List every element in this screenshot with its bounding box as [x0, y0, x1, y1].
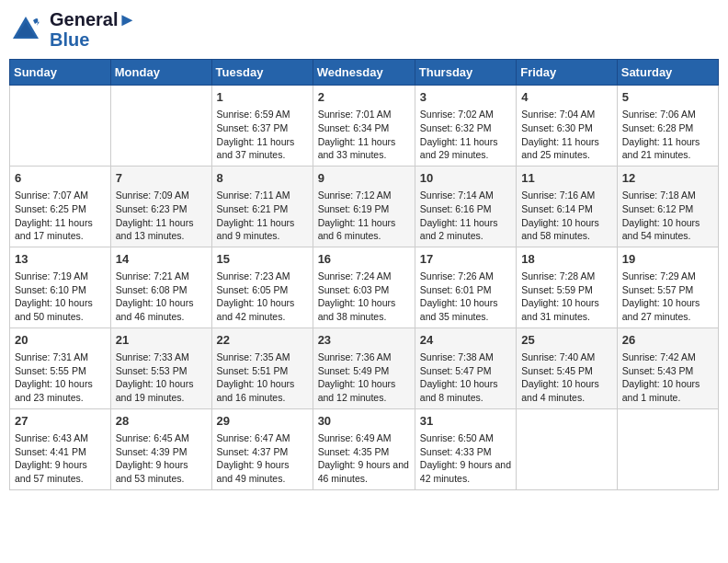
day-number: 31: [420, 413, 511, 430]
day-info: Sunrise: 7:01 AM Sunset: 6:34 PM Dayligh…: [318, 108, 410, 162]
day-info: Sunrise: 6:59 AM Sunset: 6:37 PM Dayligh…: [217, 108, 308, 162]
day-info: Sunrise: 7:28 AM Sunset: 5:59 PM Dayligh…: [521, 270, 612, 324]
calendar-cell: [617, 408, 718, 489]
day-number: 1: [217, 89, 308, 106]
calendar-cell: [517, 408, 618, 489]
calendar-cell: [110, 86, 211, 167]
day-number: 6: [15, 170, 106, 187]
day-info: Sunrise: 7:42 AM Sunset: 5:43 PM Dayligh…: [622, 350, 713, 405]
day-number: 19: [622, 251, 713, 268]
calendar-cell: 26Sunrise: 7:42 AM Sunset: 5:43 PM Dayli…: [617, 327, 718, 408]
day-info: Sunrise: 7:11 AM Sunset: 6:21 PM Dayligh…: [217, 189, 308, 243]
day-number: 27: [15, 413, 106, 430]
day-number: 14: [116, 251, 207, 268]
calendar-cell: [10, 86, 111, 167]
day-number: 7: [116, 170, 207, 187]
day-info: Sunrise: 6:50 AM Sunset: 4:33 PM Dayligh…: [420, 431, 511, 486]
day-info: Sunrise: 7:33 AM Sunset: 5:53 PM Dayligh…: [116, 350, 207, 405]
day-number: 29: [217, 413, 308, 430]
day-number: 18: [521, 251, 612, 268]
day-info: Sunrise: 7:31 AM Sunset: 5:55 PM Dayligh…: [15, 350, 106, 405]
day-number: 17: [420, 251, 511, 268]
day-number: 30: [318, 413, 410, 430]
calendar-table: SundayMondayTuesdayWednesdayThursdayFrid…: [9, 59, 719, 490]
calendar-cell: 11Sunrise: 7:16 AM Sunset: 6:14 PM Dayli…: [517, 166, 618, 247]
day-number: 8: [217, 170, 308, 187]
day-number: 25: [521, 332, 612, 349]
calendar-cell: 9Sunrise: 7:12 AM Sunset: 6:19 PM Daylig…: [313, 166, 415, 247]
day-info: Sunrise: 7:26 AM Sunset: 6:01 PM Dayligh…: [420, 270, 511, 324]
calendar-cell: 31Sunrise: 6:50 AM Sunset: 4:33 PM Dayli…: [415, 408, 516, 489]
day-info: Sunrise: 7:38 AM Sunset: 5:47 PM Dayligh…: [420, 350, 511, 405]
calendar-cell: 21Sunrise: 7:33 AM Sunset: 5:53 PM Dayli…: [110, 327, 211, 408]
day-number: 21: [116, 332, 207, 349]
day-info: Sunrise: 7:07 AM Sunset: 6:25 PM Dayligh…: [15, 189, 106, 243]
calendar-cell: 12Sunrise: 7:18 AM Sunset: 6:12 PM Dayli…: [617, 166, 718, 247]
calendar-week-row: 13Sunrise: 7:19 AM Sunset: 6:10 PM Dayli…: [10, 247, 719, 327]
day-number: 3: [420, 89, 511, 106]
day-info: Sunrise: 7:12 AM Sunset: 6:19 PM Dayligh…: [318, 189, 410, 243]
day-number: 26: [622, 332, 713, 349]
day-number: 23: [318, 332, 410, 349]
column-header-saturday: Saturday: [617, 60, 718, 86]
calendar-cell: 17Sunrise: 7:26 AM Sunset: 6:01 PM Dayli…: [415, 247, 516, 327]
day-info: Sunrise: 7:24 AM Sunset: 6:03 PM Dayligh…: [318, 270, 410, 324]
day-info: Sunrise: 6:45 AM Sunset: 4:39 PM Dayligh…: [116, 431, 207, 486]
calendar-cell: 3Sunrise: 7:02 AM Sunset: 6:32 PM Daylig…: [415, 86, 516, 167]
day-info: Sunrise: 7:21 AM Sunset: 6:08 PM Dayligh…: [116, 270, 207, 324]
calendar-cell: 15Sunrise: 7:23 AM Sunset: 6:05 PM Dayli…: [211, 247, 313, 327]
calendar-cell: 18Sunrise: 7:28 AM Sunset: 5:59 PM Dayli…: [517, 247, 618, 327]
day-number: 9: [318, 170, 410, 187]
calendar-cell: 22Sunrise: 7:35 AM Sunset: 5:51 PM Dayli…: [211, 327, 313, 408]
day-number: 28: [116, 413, 207, 430]
column-header-sunday: Sunday: [10, 60, 111, 86]
day-info: Sunrise: 6:43 AM Sunset: 4:41 PM Dayligh…: [15, 431, 106, 486]
day-info: Sunrise: 7:35 AM Sunset: 5:51 PM Dayligh…: [217, 350, 308, 405]
day-number: 24: [420, 332, 511, 349]
calendar-cell: 5Sunrise: 7:06 AM Sunset: 6:28 PM Daylig…: [617, 86, 718, 167]
logo-general: General: [50, 9, 118, 29]
calendar-cell: 10Sunrise: 7:14 AM Sunset: 6:16 PM Dayli…: [415, 166, 516, 247]
day-info: Sunrise: 7:04 AM Sunset: 6:30 PM Dayligh…: [521, 108, 612, 162]
day-info: Sunrise: 7:29 AM Sunset: 5:57 PM Dayligh…: [622, 270, 713, 324]
day-number: 20: [15, 332, 106, 349]
calendar-cell: 28Sunrise: 6:45 AM Sunset: 4:39 PM Dayli…: [110, 408, 211, 489]
calendar-cell: 24Sunrise: 7:38 AM Sunset: 5:47 PM Dayli…: [415, 327, 516, 408]
calendar-header-row: SundayMondayTuesdayWednesdayThursdayFrid…: [10, 60, 719, 86]
calendar-cell: 19Sunrise: 7:29 AM Sunset: 5:57 PM Dayli…: [617, 247, 718, 327]
day-info: Sunrise: 7:06 AM Sunset: 6:28 PM Dayligh…: [622, 108, 713, 162]
logo: General► Blue: [9, 9, 136, 50]
calendar-cell: 27Sunrise: 6:43 AM Sunset: 4:41 PM Dayli…: [10, 408, 111, 489]
calendar-cell: 16Sunrise: 7:24 AM Sunset: 6:03 PM Dayli…: [313, 247, 415, 327]
column-header-friday: Friday: [517, 60, 618, 86]
logo-blue-inline: ►: [118, 9, 136, 29]
day-number: 13: [15, 251, 106, 268]
day-info: Sunrise: 6:47 AM Sunset: 4:37 PM Dayligh…: [217, 431, 308, 486]
calendar-week-row: 20Sunrise: 7:31 AM Sunset: 5:55 PM Dayli…: [10, 327, 719, 408]
calendar-cell: 30Sunrise: 6:49 AM Sunset: 4:35 PM Dayli…: [313, 408, 415, 489]
day-info: Sunrise: 7:40 AM Sunset: 5:45 PM Dayligh…: [521, 350, 612, 405]
day-info: Sunrise: 7:36 AM Sunset: 5:49 PM Dayligh…: [318, 350, 410, 405]
calendar-cell: 6Sunrise: 7:07 AM Sunset: 6:25 PM Daylig…: [10, 166, 111, 247]
day-info: Sunrise: 7:16 AM Sunset: 6:14 PM Dayligh…: [521, 189, 612, 243]
day-info: Sunrise: 7:18 AM Sunset: 6:12 PM Dayligh…: [622, 189, 713, 243]
day-number: 11: [521, 170, 612, 187]
calendar-cell: 29Sunrise: 6:47 AM Sunset: 4:37 PM Dayli…: [211, 408, 313, 489]
day-info: Sunrise: 6:49 AM Sunset: 4:35 PM Dayligh…: [318, 431, 410, 486]
calendar-cell: 1Sunrise: 6:59 AM Sunset: 6:37 PM Daylig…: [211, 86, 313, 167]
day-info: Sunrise: 7:19 AM Sunset: 6:10 PM Dayligh…: [15, 270, 106, 324]
logo-text-block: General► Blue: [50, 9, 136, 50]
day-info: Sunrise: 7:14 AM Sunset: 6:16 PM Dayligh…: [420, 189, 511, 243]
calendar-cell: 7Sunrise: 7:09 AM Sunset: 6:23 PM Daylig…: [110, 166, 211, 247]
logo-icon: [9, 13, 42, 46]
day-info: Sunrise: 7:09 AM Sunset: 6:23 PM Dayligh…: [116, 189, 207, 243]
day-info: Sunrise: 7:23 AM Sunset: 6:05 PM Dayligh…: [217, 270, 308, 324]
day-number: 2: [318, 89, 410, 106]
day-number: 16: [318, 251, 410, 268]
column-header-wednesday: Wednesday: [313, 60, 415, 86]
day-number: 4: [521, 89, 612, 106]
page-header: General► Blue: [9, 9, 719, 50]
calendar-cell: 14Sunrise: 7:21 AM Sunset: 6:08 PM Dayli…: [110, 247, 211, 327]
calendar-cell: 2Sunrise: 7:01 AM Sunset: 6:34 PM Daylig…: [313, 86, 415, 167]
day-number: 10: [420, 170, 511, 187]
